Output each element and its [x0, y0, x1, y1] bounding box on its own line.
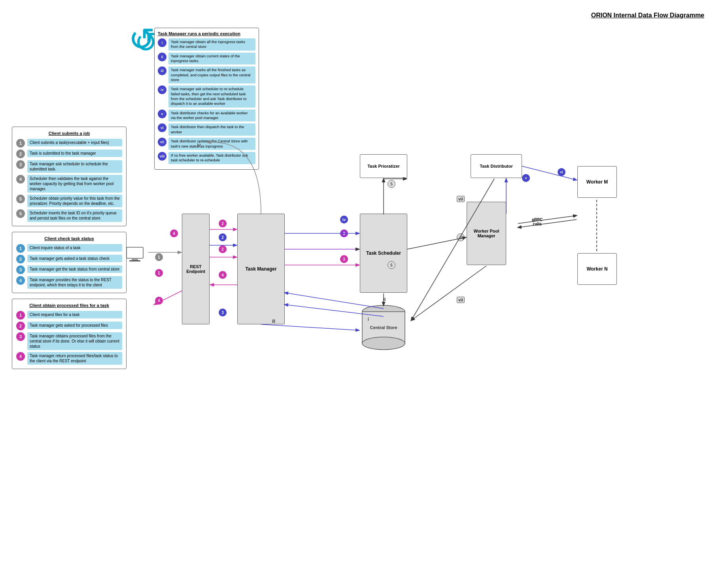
panel-item: 1 Client submits a task(executable + inp…	[16, 139, 122, 148]
roman-circle: vi	[158, 123, 166, 132]
step-text: Client inquire status of a task	[27, 244, 122, 252]
step-text: Task manager provides the status to the …	[27, 276, 122, 289]
badge-1-gray: 1	[155, 253, 163, 261]
task-scheduler-box: Task Scheduler	[360, 214, 407, 293]
diagram-area: RESTEndpoint Task Manager Task Scheduler…	[123, 150, 704, 427]
svg-line-23	[518, 216, 577, 223]
flow-item-text: Task manager obtain current states of th…	[168, 53, 255, 65]
worker-n-box: Worker N	[577, 253, 617, 285]
flow-item-text: Task manager obtain all the inprogress t…	[168, 38, 255, 51]
badge-vii-upper: vii	[457, 196, 465, 202]
roman-circle: vii	[158, 138, 166, 146]
panel-item: 2 Task is submitted to the task manager	[16, 150, 122, 158]
step-text: Client submits a task(executable + input…	[27, 139, 122, 146]
panel2-title: Client check task status	[16, 236, 122, 241]
panel-obtain-files: Client obtain processed files for a task…	[12, 299, 127, 369]
panel1-title: Client submits a job	[16, 131, 122, 136]
flow-item: i Task manager obtain all the inprogress…	[158, 38, 255, 51]
step-number: 4	[16, 175, 25, 184]
panel-submit-job: Client submits a job 1 Client submits a …	[12, 127, 127, 226]
central-store: Central Store	[360, 305, 407, 352]
step-number: 1	[16, 244, 25, 253]
roman-circle: i	[158, 38, 166, 47]
flow-box-title: Task Manager runs a periodic execution	[158, 31, 255, 36]
flow-item: iv Task manager ask scheduler to re-sche…	[158, 85, 255, 107]
flow-item-text: Task distributor then dispatch the task …	[168, 123, 255, 136]
step-text: Client request files for a task	[27, 311, 122, 318]
iv-label-top: iv	[197, 142, 201, 148]
panel-item: 3 Task manager ask scheduler to schedule…	[16, 160, 122, 173]
badge-i: i	[368, 316, 369, 322]
worker-divider	[596, 200, 597, 251]
roman-circle: iii	[158, 66, 166, 75]
flow-item: iii Task manager marks all the finished …	[158, 66, 255, 83]
badge-3-blue: 3	[219, 309, 227, 316]
badge-2-blue: 2	[219, 233, 227, 241]
badge-4-sched: 4	[457, 233, 465, 241]
badge-6-sched: 6	[388, 261, 395, 269]
badge-3-pink-sched: 3	[340, 255, 348, 263]
badge-4-pink-lower: 4	[155, 297, 163, 305]
badge-1-pink: 1	[155, 269, 163, 277]
svg-rect-2	[129, 260, 140, 261]
step-number: 4	[16, 352, 25, 361]
step-number: 2	[16, 150, 25, 158]
panel-item: 5 Scheduler inserts the task ID on it's …	[16, 209, 122, 222]
svg-line-22	[411, 266, 486, 320]
step-number: 5	[16, 209, 25, 218]
svg-text:Central Store: Central Store	[370, 325, 397, 330]
panel-item: 1 Client inquire status of a task	[16, 244, 122, 253]
client-computer	[125, 245, 146, 266]
page-title: ORION Internal Data Flow Diagramme	[591, 12, 704, 19]
step-text: Task manager gets asked a task status ch…	[27, 255, 122, 262]
step-number: 3	[16, 332, 25, 341]
panel-item: 4 Task manager return processed files/ta…	[16, 352, 122, 365]
svg-line-24	[518, 220, 577, 227]
step-text: Scheduler inserts the task ID on it's pr…	[27, 209, 122, 222]
step-text: Task manager gets asked for processed fi…	[27, 322, 122, 329]
panel-item: 3 Task manager obtains processed files f…	[16, 332, 122, 350]
top-flow-box: Task Manager runs a periodic execution i…	[154, 28, 259, 170]
flow-item-text: Task manager ask scheduler to re-schedul…	[168, 85, 255, 107]
svg-rect-0	[127, 247, 143, 258]
step-number: 4	[16, 276, 25, 285]
step-text: Task is submitted to the task manager	[27, 150, 122, 157]
svg-rect-1	[132, 258, 138, 260]
step-text: Task manager return processed files/task…	[27, 352, 122, 365]
flow-item-text: Task distributor checks for an available…	[168, 110, 255, 122]
worker-m-box: Worker M	[577, 166, 617, 198]
badge-iv-blue: iv	[340, 216, 348, 223]
step-number: 5	[16, 195, 25, 203]
badge-v: v	[522, 174, 530, 182]
roman-circle: iv	[158, 85, 166, 94]
badge-ii: ii	[384, 297, 386, 302]
roman-circle: ii	[158, 53, 166, 61]
step-text: Task manager obtains processed files fro…	[27, 332, 122, 350]
svg-line-14	[261, 324, 359, 330]
step-number: 3	[16, 160, 25, 169]
step-text: Scheduler obtain priority value for this…	[27, 195, 122, 207]
badge-iii: iii	[272, 318, 275, 324]
step-text: Scheduler then validates the task agains…	[27, 175, 122, 193]
step-text: Task manager get the task status from ce…	[27, 265, 122, 273]
task-prioratizer-box: Task Prioratizer	[360, 154, 407, 178]
badge-5-sched: 5	[388, 180, 395, 188]
panel-item: 5 Scheduler obtain priority value for th…	[16, 195, 122, 207]
panel3-title: Client obtain processed files for a task	[16, 303, 122, 308]
step-number: 1	[16, 311, 25, 320]
badge-2-pink-mid: 2	[219, 245, 227, 253]
flow-item: vii Task distributor updates the Central…	[158, 138, 255, 150]
panel-item: 1 Client request files for a task	[16, 311, 122, 320]
step-number: 2	[16, 255, 25, 263]
panel-item: 3 Task manager get the task status from …	[16, 265, 122, 274]
task-distributor-box: Task Distributor	[471, 154, 522, 178]
step-number: 2	[16, 322, 25, 330]
badge-4-pink-tm: 4	[219, 271, 227, 279]
flow-item: ii Task manager obtain current states of…	[158, 53, 255, 65]
flow-item: v Task distributor checks for an availab…	[158, 110, 255, 122]
flow-item-text: Task manager marks all the finished task…	[168, 66, 255, 83]
panel-item: 4 Scheduler then validates the task agai…	[16, 175, 122, 193]
worker-pool-manager-box: Worker Pool Manager	[467, 202, 506, 265]
badge-vii-lower: vii	[457, 297, 465, 303]
badge-3-purple: 3	[340, 229, 348, 237]
